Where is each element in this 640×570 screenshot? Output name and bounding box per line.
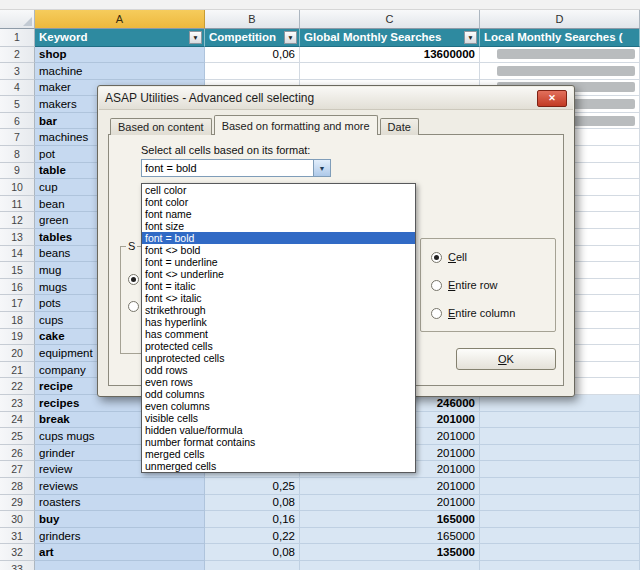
radio-icon[interactable] <box>431 308 442 319</box>
cell-global-searches[interactable] <box>300 561 480 570</box>
row-header-16[interactable]: 16 <box>0 279 35 296</box>
row-header-19[interactable]: 19 <box>0 329 35 346</box>
cell-local-searches[interactable] <box>480 395 640 412</box>
column-header-D[interactable]: D <box>480 10 640 29</box>
filter-dropdown-icon[interactable]: ▼ <box>464 31 477 44</box>
tab-date[interactable]: Date <box>380 118 419 135</box>
cell-keyword[interactable]: shop <box>35 47 205 64</box>
row-header-2[interactable]: 2 <box>0 47 35 64</box>
dropdown-list-item[interactable]: odd rows <box>142 364 415 376</box>
clipped-radio-1[interactable] <box>128 274 139 285</box>
cell-local-searches[interactable] <box>480 511 640 528</box>
row-header-9[interactable]: 9 <box>0 163 35 180</box>
column-header-B[interactable]: B <box>205 10 300 29</box>
dropdown-list-item[interactable]: strikethrough <box>142 304 415 316</box>
cell-global-searches[interactable]: 13600000 <box>300 47 480 64</box>
row-header-23[interactable]: 23 <box>0 395 35 412</box>
cell-keyword[interactable]: art <box>35 544 205 561</box>
cell-competition[interactable]: 0,08 <box>205 544 300 561</box>
radio-entire-row[interactable]: Entire row <box>431 279 545 291</box>
row-header-22[interactable]: 22 <box>0 378 35 395</box>
cell-competition[interactable]: 0,22 <box>205 528 300 545</box>
row-header-8[interactable]: 8 <box>0 146 35 163</box>
dropdown-list-item[interactable]: odd columns <box>142 388 415 400</box>
row-header-30[interactable]: 30 <box>0 511 35 528</box>
cell-local-searches[interactable] <box>480 561 640 570</box>
cell-keyword[interactable]: reviews <box>35 478 205 495</box>
cell-local-searches[interactable] <box>480 528 640 545</box>
dropdown-list-item[interactable]: even columns <box>142 400 415 412</box>
dropdown-list-item[interactable]: unmerged cells <box>142 460 415 472</box>
cell-competition[interactable]: 0,25 <box>205 478 300 495</box>
dropdown-list-item[interactable]: number format contains <box>142 436 415 448</box>
row-header-32[interactable]: 32 <box>0 544 35 561</box>
row-header-3[interactable]: 3 <box>0 63 35 80</box>
row-header-26[interactable]: 26 <box>0 445 35 462</box>
cell-global-searches[interactable]: 165000 <box>300 511 480 528</box>
dropdown-list-item[interactable]: unprotected cells <box>142 352 415 364</box>
cell-keyword[interactable]: machine <box>35 63 205 80</box>
row-header-5[interactable]: 5 <box>0 96 35 113</box>
radio-cell[interactable]: Cell <box>431 251 545 263</box>
cell-local-searches[interactable] <box>480 63 640 80</box>
row-header-14[interactable]: 14 <box>0 246 35 263</box>
cell-local-searches[interactable] <box>480 47 640 64</box>
dropdown-list-item[interactable]: has comment <box>142 328 415 340</box>
cell-competition[interactable]: 0,08 <box>205 495 300 512</box>
row-header-28[interactable]: 28 <box>0 478 35 495</box>
cell-keyword[interactable] <box>35 561 205 570</box>
dropdown-list-item[interactable]: protected cells <box>142 340 415 352</box>
tab-based-on-content[interactable]: Based on content <box>110 118 212 135</box>
dropdown-list-item[interactable]: font name <box>142 208 415 220</box>
row-header-1[interactable]: 1 <box>0 29 35 47</box>
row-header-21[interactable]: 21 <box>0 362 35 379</box>
ok-button[interactable]: OK <box>456 348 556 370</box>
cell-local-searches[interactable] <box>480 461 640 478</box>
dropdown-list-item[interactable]: font size <box>142 220 415 232</box>
chevron-down-icon[interactable]: ▼ <box>313 160 330 176</box>
row-header-6[interactable]: 6 <box>0 113 35 130</box>
row-header-27[interactable]: 27 <box>0 461 35 478</box>
dropdown-list-item[interactable]: even rows <box>142 376 415 388</box>
filter-dropdown-icon[interactable]: ▼ <box>189 31 202 44</box>
cell-local-searches[interactable] <box>480 412 640 429</box>
filter-dropdown-icon[interactable]: ▼ <box>284 31 297 44</box>
dropdown-list-item[interactable]: visible cells <box>142 412 415 424</box>
cell-competition[interactable]: 0,16 <box>205 511 300 528</box>
cell-global-searches[interactable]: 201000 <box>300 478 480 495</box>
dropdown-list-item[interactable]: cell color <box>142 184 415 196</box>
cell-global-searches[interactable] <box>300 63 480 80</box>
clipped-radio-2[interactable] <box>128 301 139 312</box>
column-header-A[interactable]: A <box>35 10 205 29</box>
row-header-12[interactable]: 12 <box>0 212 35 229</box>
cell-keyword[interactable]: grinders <box>35 528 205 545</box>
dropdown-list-item[interactable]: has hyperlink <box>142 316 415 328</box>
row-header-31[interactable]: 31 <box>0 528 35 545</box>
cell-local-searches[interactable] <box>480 428 640 445</box>
cell-keyword[interactable]: buy <box>35 511 205 528</box>
cell-competition[interactable]: 0,06 <box>205 47 300 64</box>
radio-entire-column[interactable]: Entire column <box>431 307 545 319</box>
row-header-10[interactable]: 10 <box>0 179 35 196</box>
cell-global-searches[interactable]: 201000 <box>300 495 480 512</box>
cell-global-searches[interactable]: 165000 <box>300 528 480 545</box>
row-header-29[interactable]: 29 <box>0 495 35 512</box>
cell-competition[interactable] <box>205 63 300 80</box>
row-header-13[interactable]: 13 <box>0 229 35 246</box>
cell-keyword[interactable]: roasters <box>35 495 205 512</box>
cell-local-searches[interactable] <box>480 478 640 495</box>
dropdown-list-item[interactable]: merged cells <box>142 448 415 460</box>
cell-local-searches[interactable] <box>480 495 640 512</box>
dropdown-list-item[interactable]: font = bold <box>142 232 415 244</box>
row-header-33[interactable]: 33 <box>0 561 35 570</box>
cell-global-searches[interactable]: 135000 <box>300 544 480 561</box>
dropdown-list-item[interactable]: font = underline <box>142 256 415 268</box>
row-header-4[interactable]: 4 <box>0 80 35 97</box>
row-header-24[interactable]: 24 <box>0 412 35 429</box>
radio-icon[interactable] <box>431 280 442 291</box>
dropdown-list-item[interactable]: hidden value/formula <box>142 424 415 436</box>
radio-icon[interactable] <box>431 252 442 263</box>
dropdown-list-item[interactable]: font <> italic <box>142 292 415 304</box>
format-combobox[interactable]: font = bold ▼ <box>141 159 331 177</box>
cell-local-searches[interactable] <box>480 544 640 561</box>
